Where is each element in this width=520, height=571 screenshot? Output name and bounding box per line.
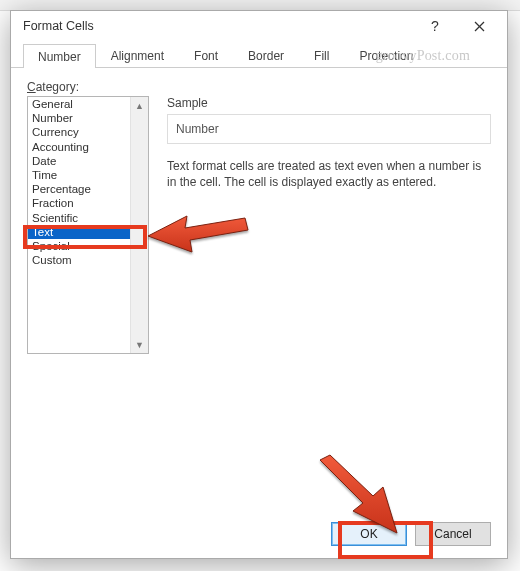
list-item[interactable]: Percentage <box>28 182 131 196</box>
scroll-up-icon[interactable]: ▲ <box>131 97 148 114</box>
list-item-selected[interactable]: Text <box>28 225 131 239</box>
scroll-down-icon[interactable]: ▼ <box>131 336 148 353</box>
list-item[interactable]: Special <box>28 239 131 253</box>
list-item[interactable]: Scientific <box>28 211 131 225</box>
list-item[interactable]: Fraction <box>28 196 131 210</box>
listbox-scrollbar[interactable]: ▲ ▼ <box>130 97 148 353</box>
list-item[interactable]: Date <box>28 154 131 168</box>
list-item[interactable]: General <box>28 97 131 111</box>
cancel-button[interactable]: Cancel <box>415 522 491 546</box>
dialog-title: Format Cells <box>23 19 94 33</box>
category-label: Category: <box>27 80 79 94</box>
tab-alignment[interactable]: Alignment <box>96 43 179 67</box>
tab-border[interactable]: Border <box>233 43 299 67</box>
dialog-titlebar: Format Cells ? <box>11 11 507 41</box>
format-description: Text format cells are treated as text ev… <box>167 158 491 190</box>
ok-button[interactable]: OK <box>331 522 407 546</box>
watermark-text: groovyPost.com <box>376 48 470 64</box>
tab-number[interactable]: Number <box>23 44 96 68</box>
category-list-items: General Number Currency Accounting Date … <box>28 97 131 267</box>
list-item[interactable]: Time <box>28 168 131 182</box>
format-cells-dialog: Format Cells ? Number Alignment Font Bor… <box>10 10 508 559</box>
help-button[interactable]: ? <box>413 12 457 40</box>
sample-value: Number <box>176 122 219 136</box>
close-icon <box>474 21 485 32</box>
list-item[interactable]: Number <box>28 111 131 125</box>
sample-value-box: Number <box>167 114 491 144</box>
list-item[interactable]: Currency <box>28 125 131 139</box>
list-item[interactable]: Custom <box>28 253 131 267</box>
tab-font[interactable]: Font <box>179 43 233 67</box>
category-listbox[interactable]: General Number Currency Accounting Date … <box>27 96 149 354</box>
sample-label: Sample <box>167 96 491 110</box>
close-button[interactable] <box>457 12 501 40</box>
list-item[interactable]: Accounting <box>28 140 131 154</box>
help-icon: ? <box>431 18 439 34</box>
tab-fill[interactable]: Fill <box>299 43 344 67</box>
